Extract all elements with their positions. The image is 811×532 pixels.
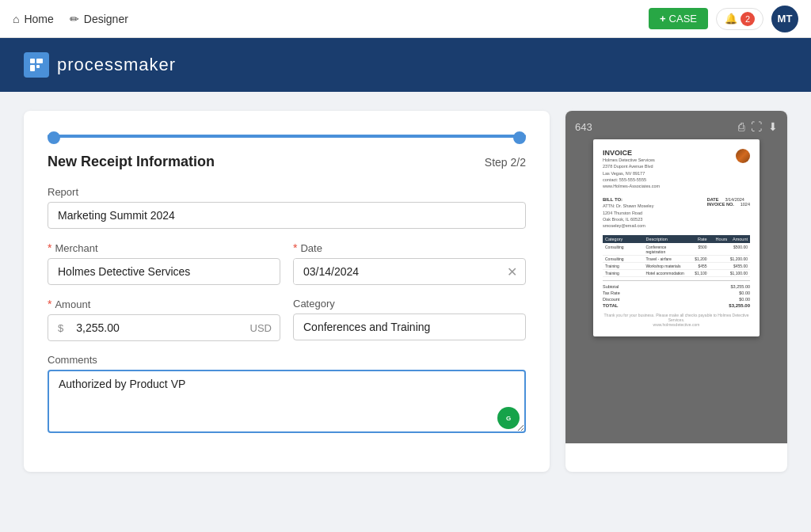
svg-text:G: G (506, 415, 511, 422)
form-card: New Receipt Information Step 2/2 Report … (24, 111, 550, 472)
preview-page-number: 643 (575, 121, 592, 133)
preview-actions: ⎙ ⛶ ⬇ (738, 120, 778, 133)
total-label: TOTAL (603, 303, 618, 308)
th-amount: Amount (727, 237, 748, 241)
category-field-group: Category (293, 298, 526, 341)
progress-dots (48, 131, 526, 144)
invoice-meta: BILL TO: ATTN: Dr. Shawn Moseley 1204 Th… (603, 197, 750, 232)
invoice-no-label: INVOICE NO. (707, 202, 734, 207)
amount-required-star: * (48, 298, 51, 310)
date-clear-button[interactable]: ✕ (499, 264, 525, 279)
merchant-label: * Merchant (48, 241, 280, 254)
invoice-row-4: Training Hotel accommodation $1,100 $1,1… (603, 270, 750, 277)
th-description: Description (645, 237, 686, 241)
client-name: ATTN: Dr. Shawn Moseley (603, 203, 653, 209)
date-label: * Date (293, 241, 526, 254)
expand-icon[interactable]: ⛶ (751, 120, 762, 133)
amount-field-group: * Amount $ USD (48, 298, 280, 341)
bell-icon (725, 13, 737, 25)
home-nav-item[interactable]: Home (13, 13, 54, 25)
date-input-wrapper: ✕ (293, 258, 526, 285)
category-label: Category (293, 298, 526, 310)
notification-badge: 2 (741, 12, 755, 26)
company-logo-circle (736, 149, 750, 163)
invoice-table-header: Category Description Rate Hours Amount (603, 235, 750, 243)
home-icon (13, 13, 19, 25)
svg-rect-2 (36, 59, 43, 63)
comments-label: Comments (48, 354, 526, 366)
invoice-company-info: Holmes Detective Services 2378 Dupont Av… (603, 157, 660, 189)
invoice-no-row: INVOICE NO. 1024 (707, 202, 750, 207)
grammarly-button[interactable]: G (497, 407, 520, 429)
designer-label: Designer (84, 13, 128, 25)
bill-to-label: BILL TO: (603, 197, 653, 202)
merchant-required-star: * (48, 241, 51, 254)
report-input[interactable] (48, 202, 526, 229)
invoice-document: INVOICE Holmes Detective Services 2378 D… (593, 139, 760, 336)
merchant-input[interactable] (48, 258, 280, 285)
date-input[interactable] (294, 259, 499, 284)
th-category: Category (605, 237, 645, 241)
invoice-title: INVOICE (603, 149, 660, 157)
subtotal-row: Subtotal $3,255.00 (603, 283, 750, 290)
step-label: Step 2/2 (485, 156, 526, 169)
doc-city: Las Vegas, NV 89177 (603, 170, 660, 177)
client-info: ATTN: Dr. Shawn Moseley 1204 Thurston Ro… (603, 203, 653, 229)
client-address2: Oak Brook, IL 60523 (603, 216, 653, 222)
footer-text: Thank you for your business. Please make… (603, 313, 750, 322)
avatar-initials: MT (778, 13, 793, 25)
subtotal-value: $3,255.00 (731, 284, 750, 289)
discount-row: Discount $0.00 (603, 296, 750, 302)
svg-rect-0 (30, 59, 35, 63)
preview-card: 643 ⎙ ⛶ ⬇ INVOICE Holmes Detective Servi… (565, 111, 787, 472)
footer-website: www.holmesdetective.com (603, 322, 750, 327)
invoice-totals: Subtotal $3,255.00 Tax Rate $0.00 Discou… (603, 280, 750, 309)
client-email: smoseley@email.com (603, 222, 653, 229)
discount-label: Discount (603, 297, 619, 302)
case-button[interactable]: CASE (649, 8, 708, 29)
doc-company: Holmes Detective Services (603, 157, 660, 163)
invoice-no-value: 1024 (741, 202, 750, 207)
brand-logo: processmaker (24, 52, 176, 78)
notifications-button[interactable]: 2 (716, 8, 763, 30)
designer-nav-item[interactable]: Designer (70, 13, 128, 25)
print-icon[interactable]: ⎙ (738, 120, 744, 133)
th-hours: Hours (707, 237, 728, 241)
progress-dot-end (513, 131, 526, 144)
doc-address: 2378 Dupont Avenue Blvd (603, 163, 660, 169)
doc-phone: contact: 555-555-5555 (603, 177, 660, 183)
invoice-footer: Thank you for your business. Please make… (603, 313, 750, 327)
svg-rect-3 (36, 65, 40, 68)
invoice-title-section: INVOICE Holmes Detective Services 2378 D… (603, 149, 660, 192)
discount-value: $0.00 (739, 297, 750, 302)
date-invoice-section: DATE 3/14/2024 INVOICE NO. 1024 (707, 197, 750, 232)
report-field-group: Report (48, 186, 526, 229)
case-plus-icon (660, 13, 666, 25)
form-header: New Receipt Information Step 2/2 (48, 154, 526, 170)
nav-right: CASE 2 MT (649, 6, 798, 32)
amount-input[interactable] (70, 315, 242, 340)
category-input[interactable] (293, 314, 526, 340)
svg-rect-1 (30, 65, 35, 71)
user-avatar[interactable]: MT (771, 6, 798, 32)
bill-to-section: BILL TO: ATTN: Dr. Shawn Moseley 1204 Th… (603, 197, 653, 232)
invoice-row-3: Training Workshop materials $455 $455.00 (603, 263, 750, 270)
tax-label: Tax Rate (603, 291, 620, 295)
case-label: CASE (669, 13, 697, 25)
download-icon[interactable]: ⬇ (768, 120, 778, 133)
doc-website: www.Holmes-Associates.com (603, 183, 660, 189)
home-label: Home (24, 13, 53, 25)
comments-field-group: Comments G (48, 354, 526, 435)
header-banner: processmaker (0, 38, 811, 92)
logo-icon (24, 52, 49, 78)
comments-textarea[interactable] (48, 370, 526, 433)
invoice-header: INVOICE Holmes Detective Services 2378 D… (603, 149, 750, 192)
top-navigation: Home Designer CASE 2 MT (0, 0, 811, 38)
subtotal-label: Subtotal (603, 284, 619, 289)
amount-category-row: * Amount $ USD Category (48, 298, 526, 341)
amount-input-wrapper: $ USD (48, 314, 280, 341)
date-field-group: * Date ✕ (293, 241, 526, 285)
logo-text: processmaker (57, 55, 176, 75)
preview-inner: 643 ⎙ ⛶ ⬇ INVOICE Holmes Detective Servi… (565, 111, 787, 443)
date-required-star: * (293, 241, 297, 254)
